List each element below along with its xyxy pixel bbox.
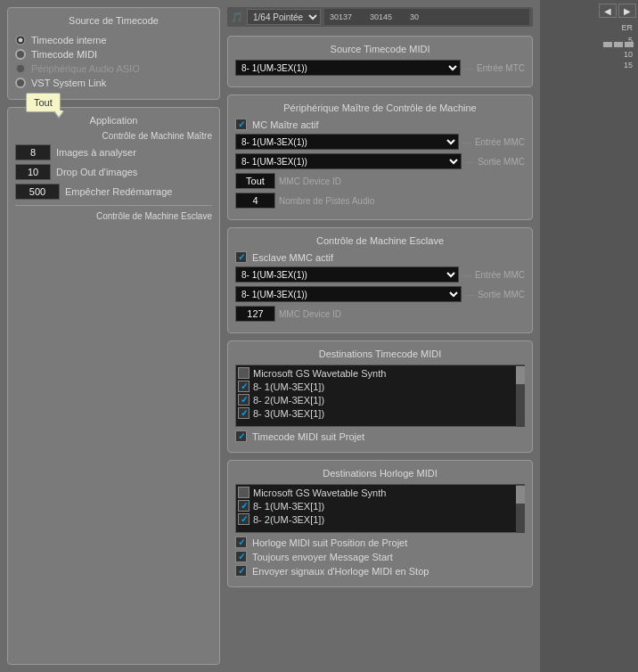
master-deviceid-label: MMC Device ID	[279, 176, 341, 186]
horloge-opt-cb-0[interactable]	[235, 537, 247, 548]
tooltip-arrow-inner	[54, 111, 63, 117]
dest-tc-cb-3[interactable]	[238, 407, 249, 419]
ruler-num-1: 30137	[330, 12, 352, 21]
dest-horloge-list[interactable]: Microsoft GS Wavetable Synth 8- 1(UM-3EX…	[235, 484, 525, 533]
tooltip-box: Tout	[26, 93, 61, 112]
list-item: 8- 1(UM-3EX[1])	[238, 381, 522, 392]
master-sortie-row: 8- 1(UM-3EX(1)) — Sortie MMC	[235, 153, 525, 169]
images-analyser-input[interactable]	[15, 144, 51, 160]
radio-label-asio: Périphérique Audio ASIO	[31, 63, 140, 74]
list-item: 8- 2(UM-3EX[1])	[238, 513, 522, 525]
master-deviceid-row: Tout MMC Device ID	[235, 173, 525, 189]
master-entree-row: 8- 1(UM-3EX(1)) — Entrée MMC	[235, 134, 525, 150]
master-active-checkbox-row: MC Maître actif	[235, 119, 525, 130]
radio-vst[interactable]: VST System Link	[15, 78, 212, 88]
radio-label-interne: Timecode interne	[31, 35, 107, 45]
master-active-checkbox[interactable]	[235, 119, 247, 130]
fader-track-1[interactable]	[602, 46, 611, 48]
slave-sortie-select[interactable]: 8- 1(UM-3EX(1))	[235, 286, 462, 302]
slave-deviceid-label: MMC Device ID	[279, 309, 341, 319]
dest-h-label-1: 8- 1(UM-3EX[1])	[253, 501, 324, 512]
source-midi-title: Source Timecode MIDI	[235, 44, 525, 54]
images-analyser-label: Images à analyser	[56, 147, 136, 158]
dest-h-label-2: 8- 2(UM-3EX[1])	[253, 514, 324, 525]
dest-tc-label-2: 8- 2(UM-3EX[1])	[253, 395, 324, 406]
images-analyser-row: Images à analyser	[15, 144, 212, 160]
radio-asio[interactable]: Périphérique Audio ASIO	[15, 63, 212, 74]
arrow-icon-master-entree: —	[462, 137, 471, 147]
music-icon: 🎵	[231, 12, 243, 23]
master-control-title: Périphérique Maître de Contrôle de Machi…	[235, 102, 525, 113]
timecode-radio-group: Timecode interne Timecode MIDI Périphéri…	[15, 31, 212, 92]
radio-interne[interactable]: Timecode interne	[15, 35, 212, 45]
arrow-icon-slave-sortie: —	[465, 290, 474, 299]
dropout-label: Drop Out d'images	[56, 167, 137, 177]
nav-back-button[interactable]: ◀	[599, 4, 617, 18]
list-item: Microsoft GS Wavetable Synth	[238, 487, 522, 498]
dest-timecode-title: Destinations Timecode MIDI	[235, 348, 525, 359]
zoom-nav-bar: ◀ ▶	[599, 4, 636, 18]
radio-circle-vst	[15, 78, 26, 88]
master-control-panel: Périphérique Maître de Contrôle de Machi…	[227, 94, 533, 220]
radio-label-midi: Timecode MIDI	[31, 49, 97, 60]
horloge-opt-1: Toujours envoyer Message Start	[235, 551, 525, 562]
fader-label-15: 15	[602, 61, 633, 70]
master-sortie-select[interactable]: 8- 1(UM-3EX(1))	[235, 153, 462, 169]
list-item: 8- 2(UM-3EX[1])	[238, 394, 522, 406]
dest-tc-label-1: 8- 1(UM-3EX[1])	[253, 381, 324, 392]
follow-project-row: Timecode MIDI suit Projet	[235, 430, 525, 442]
master-control-label: Contrôle de Machine Maître	[15, 131, 212, 141]
horloge-opt-2: Envoyer signaux d'Horloge MIDI en Stop	[235, 565, 525, 577]
list-item: 8- 3(UM-3EX[1])	[238, 407, 522, 419]
nav-fwd-button[interactable]: ▶	[618, 4, 636, 18]
dropout-input[interactable]	[15, 164, 51, 180]
source-midi-type: Entrée MTC	[477, 63, 525, 73]
fader-track-2[interactable]	[613, 46, 622, 48]
redemarrage-input[interactable]	[15, 184, 60, 200]
follow-project-label: Timecode MIDI suit Projet	[252, 431, 364, 442]
ruler-bar: 30137 30145 30	[324, 9, 529, 25]
redemarrage-label: Empêcher Redémarrage	[65, 186, 172, 197]
arrow-icon-source: —	[464, 63, 473, 73]
fader-group: 5 10 15	[599, 34, 636, 71]
slave-active-checkbox-row: Esclave MMC actif	[235, 251, 525, 263]
slave-entree-select[interactable]: 8- 1(UM-3EX(1))	[235, 266, 459, 283]
fader-track-3[interactable]	[624, 46, 633, 48]
source-midi-panel: Source Timecode MIDI 8- 1(UM-3EX(1)) — E…	[227, 36, 533, 87]
slave-active-checkbox[interactable]	[235, 251, 247, 263]
slave-entree-row: 8- 1(UM-3EX(1)) — Entrée MMC	[235, 266, 525, 283]
scrollbar-track-tc[interactable]	[516, 365, 525, 427]
horloge-opt-label-0: Horloge MIDI suit Position de Projet	[252, 537, 407, 548]
dest-h-cb-0[interactable]	[238, 487, 249, 498]
list-item: 8- 1(UM-3EX[1])	[238, 500, 522, 512]
slave-entree-label: Entrée MMC	[475, 270, 525, 280]
dest-tc-cb-0[interactable]	[238, 367, 249, 379]
dest-timecode-panel: Destinations Timecode MIDI Microsoft GS …	[227, 340, 533, 453]
radio-midi[interactable]: Timecode MIDI	[15, 49, 212, 60]
radio-circle-midi	[15, 49, 26, 60]
application-panel: Application Contrôle de Machine Maître I…	[7, 107, 220, 665]
source-midi-select[interactable]: 8- 1(UM-3EX(1))	[235, 60, 461, 76]
horloge-opt-cb-1[interactable]	[235, 551, 247, 562]
horloge-opt-0: Horloge MIDI suit Position de Projet	[235, 537, 525, 548]
dest-h-cb-1[interactable]	[238, 500, 249, 512]
radio-label-vst: VST System Link	[31, 78, 106, 88]
slave-sortie-label: Sortie MMC	[478, 290, 525, 299]
follow-project-checkbox[interactable]	[235, 430, 247, 442]
dest-horloge-panel: Destinations Horloge MIDI Microsoft GS W…	[227, 460, 533, 587]
master-entree-select[interactable]: 8- 1(UM-3EX(1))	[235, 134, 459, 150]
radio-circle-asio	[15, 63, 26, 74]
fader-row	[602, 46, 633, 48]
dest-tc-cb-1[interactable]	[238, 381, 249, 392]
scrollbar-thumb-tc	[516, 366, 525, 384]
horloge-opt-cb-2[interactable]	[235, 565, 247, 577]
dest-horloge-list-container: Microsoft GS Wavetable Synth 8- 1(UM-3EX…	[235, 484, 525, 533]
fader-thumb-2	[614, 42, 623, 47]
arrow-icon-master-sortie: —	[465, 157, 474, 167]
scrollbar-track-h[interactable]	[516, 484, 525, 533]
dest-tc-cb-2[interactable]	[238, 394, 249, 406]
dest-h-cb-2[interactable]	[238, 513, 249, 525]
dest-timecode-list[interactable]: Microsoft GS Wavetable Synth 8- 1(UM-3EX…	[235, 365, 525, 427]
zoom-select[interactable]: 1/64 Pointée	[247, 9, 321, 25]
fader-thumb-1	[603, 42, 612, 47]
